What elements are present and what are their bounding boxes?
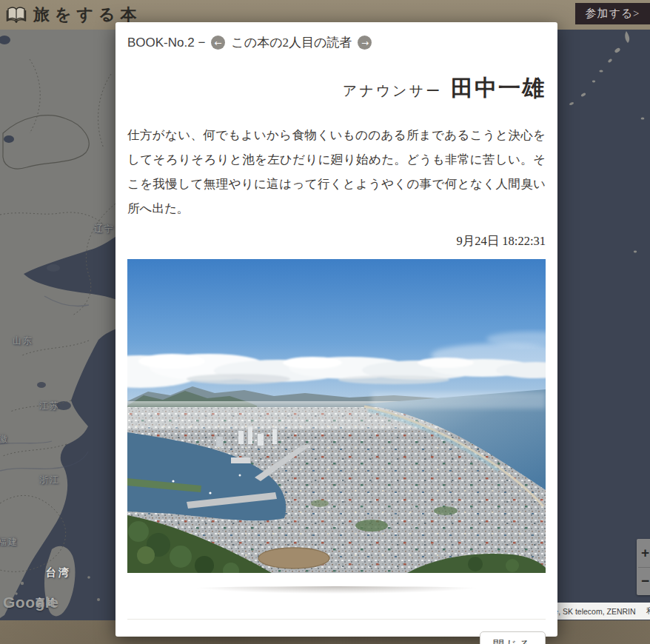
- map-attribution: le, SK telecom, ZENRIN 利用規約: [551, 603, 650, 620]
- reader-title-line: アナウンサー田中一雄: [127, 73, 546, 104]
- terms-link[interactable]: 利用規約: [646, 606, 650, 617]
- modal-footer: 閉じる: [127, 631, 546, 644]
- map-zoom-control: + −: [637, 539, 650, 595]
- map-label-zhejiang: 浙江: [39, 474, 60, 486]
- map-attribution-text: le, SK telecom, ZENRIN: [552, 607, 636, 616]
- map-label-shandong: 山东: [13, 335, 33, 347]
- modal-footer-divider: [127, 619, 546, 620]
- map-label-anhui: 安徽: [0, 433, 9, 446]
- reader-name: 田中一雄: [451, 76, 546, 100]
- modal-header: BOOK-No.2 − ← この本の2人目の読者 →: [127, 34, 546, 51]
- reader-photo: [127, 259, 546, 573]
- reader-quote-text: 仕方がない、何でもよいから食物くいもののある所まであるこうと決心をしてそろりそろ…: [127, 123, 546, 221]
- open-book-icon: [6, 6, 27, 24]
- map-label-liaoning: 辽宁: [94, 223, 115, 235]
- map-label-jiangsu: 江苏: [39, 400, 60, 412]
- close-button[interactable]: 閉じる: [480, 631, 546, 644]
- entry-timestamp: 9月24日 18:22:31: [127, 233, 546, 249]
- map-label-taiwan: 台湾: [46, 566, 71, 580]
- prev-reader-button[interactable]: ←: [211, 36, 225, 50]
- next-reader-button[interactable]: →: [358, 36, 372, 50]
- photo-drop-shadow: [127, 586, 546, 597]
- photo-dirt-field: [258, 548, 329, 568]
- zoom-out-button[interactable]: −: [637, 568, 650, 596]
- join-button[interactable]: 参加する>: [575, 3, 650, 24]
- reader-nav-label: この本の2人目の読者: [231, 34, 352, 51]
- zoom-in-button[interactable]: +: [637, 539, 650, 567]
- city-bay-photo-graphic: [127, 259, 546, 573]
- reader-role: アナウンサー: [343, 83, 442, 98]
- reader-detail-modal: BOOK-No.2 − ← この本の2人目の読者 → アナウンサー田中一雄 仕方…: [115, 22, 557, 637]
- map-label-fujian: 福建: [0, 536, 19, 549]
- google-logo[interactable]: Google: [3, 594, 58, 611]
- book-number-label: BOOK-No.2 −: [127, 36, 205, 50]
- page: 辽宁 山东 江苏 安徽 浙江 福建 台湾 高雄 Google le, SK te…: [0, 0, 650, 644]
